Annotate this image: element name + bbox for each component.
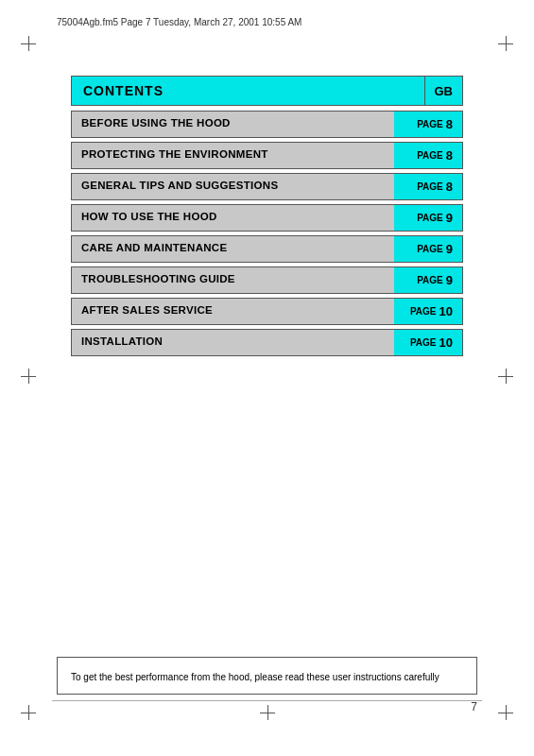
- toc-page-environment: PAGE8: [394, 143, 462, 168]
- divider-line: [52, 700, 482, 701]
- page-label-5: PAGE: [417, 275, 443, 285]
- content-area: CONTENTS GB BEFORE USING THE HOOD PAGE8 …: [71, 76, 463, 360]
- bottom-note-text: To get the best performance from the hoo…: [71, 672, 439, 682]
- page-num-4: 9: [446, 242, 453, 256]
- toc-label-care: CARE AND MAINTENANCE: [72, 236, 394, 262]
- toc-page-care: PAGE9: [394, 236, 462, 262]
- file-info: 75004Agb.fm5 Page 7 Tuesday, March 27, 2…: [57, 17, 301, 27]
- page-number: 7: [471, 700, 477, 713]
- toc-page-after-sales: PAGE10: [394, 299, 462, 324]
- page-num-5: 9: [446, 273, 453, 287]
- crosshair-bottom-left: [21, 705, 36, 720]
- page-num-0: 8: [446, 117, 453, 131]
- page-label-4: PAGE: [417, 244, 443, 254]
- toc-page-installation: PAGE10: [394, 330, 462, 355]
- toc-row-before-using: BEFORE USING THE HOOD PAGE8: [71, 111, 463, 138]
- toc-row-installation: INSTALLATION PAGE10: [71, 329, 463, 356]
- toc-label-installation: INSTALLATION: [72, 330, 394, 355]
- toc-row-care: CARE AND MAINTENANCE PAGE9: [71, 235, 463, 263]
- page-label-6: PAGE: [410, 306, 437, 317]
- page-num-2: 8: [446, 180, 453, 194]
- toc-row-environment: PROTECTING THE ENVIRONMENT PAGE8: [71, 142, 463, 169]
- crosshair-top-right: [498, 36, 513, 51]
- page-label-0: PAGE: [417, 119, 443, 129]
- crosshair-mid-left: [21, 369, 36, 384]
- toc-row-troubleshooting: TROUBLESHOOTING GUIDE PAGE9: [71, 266, 463, 294]
- toc-page-how-to-use: PAGE9: [394, 205, 462, 231]
- page-label-2: PAGE: [417, 181, 443, 192]
- toc-label-tips: GENERAL TIPS AND SUGGESTIONS: [72, 174, 394, 199]
- toc-row-tips: GENERAL TIPS AND SUGGESTIONS PAGE8: [71, 173, 463, 200]
- toc-page-before-using: PAGE8: [394, 112, 462, 137]
- page-num-7: 10: [439, 335, 453, 350]
- crosshair-bottom-mid: [260, 705, 275, 720]
- toc-label-after-sales: AFTER SALES SERVICE: [72, 299, 394, 324]
- contents-header: CONTENTS GB: [71, 76, 463, 106]
- contents-gb-box: GB: [424, 76, 464, 106]
- crosshair-top-left: [21, 36, 36, 51]
- page-label-7: PAGE: [410, 337, 437, 348]
- contents-gb-label: GB: [435, 84, 454, 98]
- page-num-3: 9: [446, 211, 453, 225]
- contents-title-box: CONTENTS: [71, 76, 424, 106]
- toc-page-tips: PAGE8: [394, 174, 462, 199]
- toc-page-troubleshooting: PAGE9: [394, 267, 462, 293]
- crosshair-mid-right: [498, 369, 513, 384]
- toc-row-how-to-use: HOW TO USE THE HOOD PAGE9: [71, 204, 463, 232]
- page-label-3: PAGE: [417, 213, 443, 223]
- crosshair-bottom-right: [498, 705, 513, 720]
- toc-label-troubleshooting: TROUBLESHOOTING GUIDE: [72, 267, 394, 293]
- bottom-note: To get the best performance from the hoo…: [57, 657, 477, 695]
- contents-title: CONTENTS: [83, 83, 164, 98]
- toc-label-environment: PROTECTING THE ENVIRONMENT: [72, 143, 394, 168]
- page-header: 75004Agb.fm5 Page 7 Tuesday, March 27, 2…: [57, 17, 477, 27]
- toc-row-after-sales: AFTER SALES SERVICE PAGE10: [71, 298, 463, 325]
- toc-label-before-using: BEFORE USING THE HOOD: [72, 112, 394, 137]
- page-num-6: 10: [439, 304, 453, 318]
- page-container: 75004Agb.fm5 Page 7 Tuesday, March 27, 2…: [0, 0, 534, 756]
- page-num-1: 8: [446, 148, 453, 163]
- toc-label-how-to-use: HOW TO USE THE HOOD: [72, 205, 394, 231]
- page-label-1: PAGE: [417, 150, 443, 161]
